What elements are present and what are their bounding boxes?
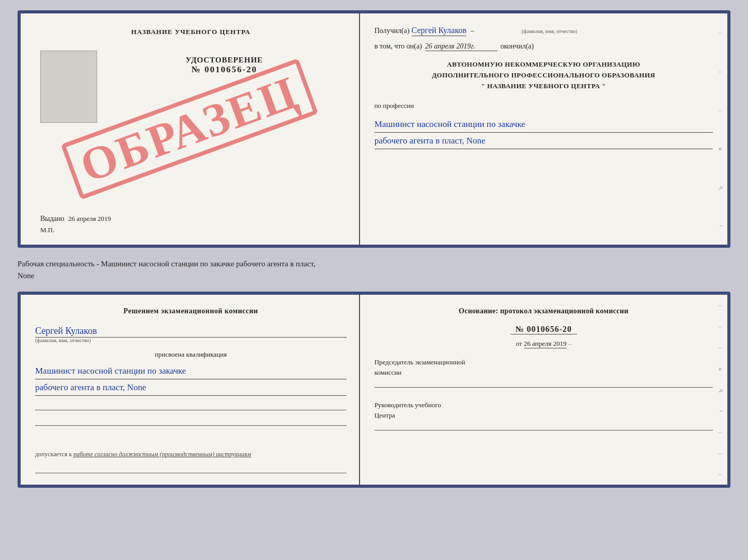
rukovoditel-line2: Центра (375, 410, 713, 421)
top-doc-right: Получил(а) Сергей Кулаков – (фамилия, им… (360, 13, 727, 245)
predsedatel-block: Председатель экзаменационной комиссии (375, 357, 713, 389)
profession-line2: рабочего агента в пласт, None (375, 134, 713, 149)
side-marks-top: –––и,а← (719, 13, 724, 245)
vtom-date: 26 апреля 2019г. (425, 42, 497, 51)
ot-date-value: 26 апреля 2019 (524, 340, 567, 348)
udostoverenie-label: УДОСТОВЕРЕНИЕ (186, 56, 263, 65)
center-block: АВТОНОМНУЮ НЕКОММЕРЧЕСКУЮ ОРГАНИЗАЦИЮ ДО… (375, 59, 713, 91)
protocol-number: № 0010656-20 (510, 325, 577, 334)
vydano-date: 26 апреля 2019 (68, 215, 111, 222)
dopuskaetsya-block: допускается к работе согласно должностны… (35, 450, 347, 459)
blank-line-3 (35, 464, 347, 473)
blank-line-2 (35, 417, 347, 426)
bottom-doc-left: Решением экзаменационной комиссии Сергей… (21, 295, 360, 485)
top-center-title: НАЗВАНИЕ УЧЕБНОГО ЦЕНТРА (131, 28, 251, 36)
bottom-profession-line2: рабочего агента в пласт, None (35, 380, 347, 396)
dopuskaetsya-text: работе согласно должностным (производств… (73, 451, 251, 458)
center-line2: ДОПОЛНИТЕЛЬНОГО ПРОФЕССИОНАЛЬНОГО ОБРАЗО… (375, 70, 713, 81)
poluchil-row: Получил(а) Сергей Кулаков – (фамилия, им… (375, 26, 713, 36)
rukovoditel-line1: Руководитель учебного (375, 400, 713, 410)
separator-line2: None (18, 270, 730, 282)
top-document: НАЗВАНИЕ УЧЕБНОГО ЦЕНТРА УДОСТОВЕРЕНИЕ №… (18, 10, 730, 248)
center-line1: АВТОНОМНУЮ НЕКОММЕРЧЕСКУЮ ОРГАНИЗАЦИЮ (375, 59, 713, 70)
bottom-person-name: Сергей Кулаков (35, 326, 347, 338)
doc-number: № 0010656-20 (192, 65, 258, 75)
mp-label: М.П. (40, 226, 347, 234)
osnovanie-title: Основание: протокол экзаменационной коми… (375, 307, 713, 315)
poluchil-label: Получил(а) (375, 27, 410, 35)
separator-text: Рабочая специальность - Машинист насосно… (18, 256, 730, 283)
familiya-hint: (фамилия, имя, отчество) (522, 28, 578, 34)
bottom-document: Решением экзаменационной комиссии Сергей… (18, 292, 730, 488)
predsedatel-line1: Председатель экзаменационной (375, 357, 713, 367)
ot-label: от (516, 340, 522, 347)
bottom-doc-right: Основание: протокол экзаменационной коми… (360, 295, 727, 485)
rukovoditel-blank (375, 421, 713, 430)
rukovoditel-block: Руководитель учебного Центра (375, 400, 713, 431)
side-marks-bottom: –––и,а←––– (719, 295, 724, 485)
predsedatel-line2: комиссии (375, 367, 713, 378)
profession-line1: Машинист насосной станции по закачке (375, 117, 713, 133)
separator-line1: Рабочая специальность - Машинист насосно… (18, 258, 730, 270)
photo-placeholder (40, 51, 97, 123)
prisvoena-label: присвоена квалификация (35, 350, 347, 359)
blank-line-1 (35, 401, 347, 410)
vydano-row: Выдано 26 апреля 2019 (40, 215, 347, 223)
vtom-label: в том, что он(а) (375, 42, 422, 51)
center-line3: " НАЗВАНИЕ УЧЕБНОГО ЦЕНТРА " (375, 81, 713, 92)
ot-date-row: от 26 апреля 2019 – (375, 340, 713, 348)
okonchil-label: окончил(а) (501, 42, 534, 51)
top-doc-left: НАЗВАНИЕ УЧЕБНОГО ЦЕНТРА УДОСТОВЕРЕНИЕ №… (21, 13, 360, 245)
profession-block: Машинист насосной станции по закачке раб… (375, 116, 713, 149)
resheniem-title: Решением экзаменационной комиссии (35, 307, 347, 315)
vydano-label: Выдано (40, 215, 65, 222)
predsedatel-blank (375, 378, 713, 388)
bottom-familiya-hint: (фамилия, имя, отчество) (35, 338, 347, 343)
dopuskaetsya-label: допускается к (35, 451, 72, 458)
bottom-profession-block: Машинист насосной станции по закачке раб… (35, 363, 347, 396)
bottom-profession-line1: Машинист насосной станции по закачке (35, 364, 347, 379)
poluchil-name: Сергей Кулаков (412, 26, 466, 36)
vtom-row: в том, что он(а) 26 апреля 2019г. окончи… (375, 42, 713, 51)
po-professii: по профессии (375, 102, 713, 110)
